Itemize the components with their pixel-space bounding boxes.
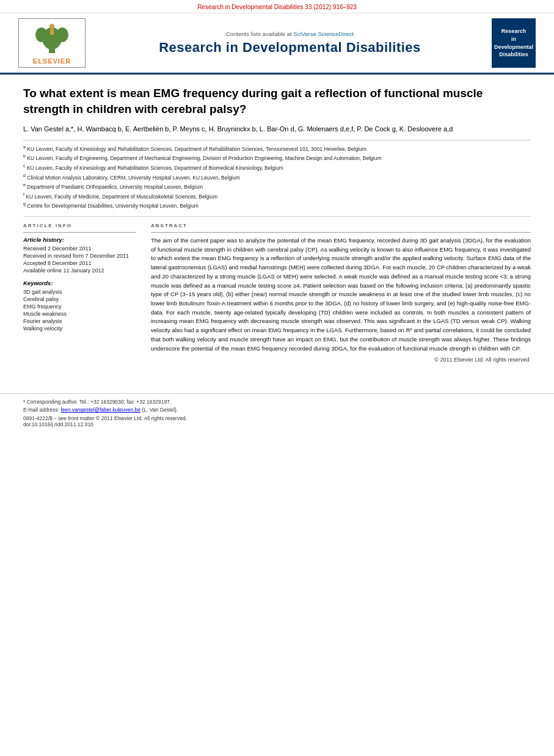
svg-point-3 (56, 27, 68, 42)
affil-c: c KU Leuven, Faculty of Kinesiology and … (23, 163, 531, 172)
sciverse-line: Contents lists available at SciVerse Sci… (98, 31, 482, 37)
copyright-line: © 2011 Elsevier Ltd. All rights reserved… (151, 357, 531, 363)
article-history: Article history: Received 2 December 201… (23, 232, 136, 274)
corresponding-author-line: * Corresponding author. Tel.: +32 163290… (23, 399, 531, 405)
keyword-5: Fourier analysis (23, 318, 136, 324)
doi-text: doi:10.1016/j.ridd.2011.12.010 (23, 421, 531, 427)
available-date: Available online 11 January 2012 (23, 267, 136, 274)
article-title: To what extent is mean EMG frequency dur… (23, 85, 531, 117)
received-date: Received 2 December 2011 (23, 245, 136, 252)
journal-reference-text: Research in Developmental Disabilities 3… (197, 4, 357, 10)
email-link[interactable]: leen.vangestel@faber.kuleuven.be (60, 407, 140, 413)
keywords-label: Keywords: (23, 280, 136, 286)
affil-e-text: Department of Paediatric Orthopaedics, U… (27, 184, 203, 190)
journal-title-banner: Research in Developmental Disabilities (98, 40, 482, 56)
journal-banner: ELSEVIER Contents lists available at Sci… (0, 13, 554, 75)
affil-d: d Clinical Motion Analysis Laboratory, C… (23, 173, 531, 182)
keyword-1: 3D gait analysis (23, 289, 136, 295)
elsevier-tree-icon (31, 21, 73, 55)
email-label: E-mail address: (23, 407, 59, 413)
history-title: Article history: (23, 236, 136, 243)
email-suffix: (L. Van Gestel). (142, 407, 178, 413)
keyword-6: Walking velocity (23, 325, 136, 332)
elsevier-wordmark: ELSEVIER (21, 57, 82, 65)
abstract-section: The aim of the current paper was to anal… (151, 232, 531, 363)
article-info-column: ARTICLE INFO Article history: Received 2… (23, 223, 136, 363)
authors-text: L. Van Gestel a,*, H. Wambacq b, E. Aert… (23, 125, 453, 133)
affil-d-text: Clinical Motion Analysis Laboratory, CER… (27, 174, 240, 180)
affil-b-text: KU Leuven, Faculty of Engineering, Depar… (27, 155, 381, 161)
journal-thumbnail: ResearchinDevelopmentalDisabilities (492, 18, 536, 68)
affil-g-text: Centre for Developmental Disabilities, U… (27, 203, 199, 209)
affil-e: e Department of Paediatric Orthopaedics,… (23, 182, 531, 191)
svg-point-2 (35, 27, 48, 42)
keyword-4: Muscle weakness (23, 311, 136, 317)
svg-point-4 (49, 24, 54, 29)
journal-reference-header: Research in Developmental Disabilities 3… (0, 0, 554, 13)
affil-a-text: KU Leuven, Faculty of Kinesiology and Re… (27, 146, 366, 152)
elsevier-logo: ELSEVIER (18, 18, 86, 68)
footer-doi-section: 0891-4222/$ – see front matter © 2011 El… (23, 415, 531, 427)
affiliations: a KU Leuven, Faculty of Kinesiology and … (23, 140, 531, 210)
email-line: E-mail address: leen.vangestel@faber.kul… (23, 407, 531, 413)
svg-rect-5 (50, 29, 54, 35)
affil-g: g Centre for Developmental Disabilities,… (23, 201, 531, 210)
article-info-label: ARTICLE INFO (23, 223, 136, 228)
affil-f-text: KU Leuven, Faculty of Medicine, Departme… (26, 194, 217, 200)
affil-f: f KU Leuven, Faculty of Medicine, Depart… (23, 192, 531, 201)
affil-c-text: KU Leuven, Faculty of Kinesiology and Re… (27, 165, 283, 171)
footer: * Corresponding author. Tel.: +32 163290… (0, 393, 554, 434)
journal-thumb-title: ResearchinDevelopmentalDisabilities (494, 27, 533, 58)
abstract-text: The aim of the current paper was to anal… (151, 236, 531, 353)
keyword-2: Cerebral palsy (23, 296, 136, 302)
main-content: To what extent is mean EMG frequency dur… (0, 75, 554, 375)
keywords-section: Keywords: 3D gait analysis Cerebral pals… (23, 280, 136, 332)
affil-a: a KU Leuven, Faculty of Kinesiology and … (23, 144, 531, 153)
received-revised-date: Received in revised form 7 December 2011 (23, 253, 136, 259)
sciverse-prefix: Contents lists available at (226, 31, 292, 37)
abstract-label: ABSTRACT (151, 223, 531, 228)
affil-b: b KU Leuven, Faculty of Engineering, Dep… (23, 153, 531, 162)
keyword-3: EMG frequency (23, 303, 136, 310)
journal-center: Contents lists available at SciVerse Sci… (98, 31, 482, 56)
accepted-date: Accepted 8 December 2011 (23, 260, 136, 266)
authors-line: L. Van Gestel a,*, H. Wambacq b, E. Aert… (23, 124, 531, 135)
corresponding-text: * Corresponding author. Tel.: +32 163290… (23, 399, 171, 405)
sciverse-link[interactable]: SciVerse ScienceDirect (293, 31, 354, 37)
abstract-column: ABSTRACT The aim of the current paper wa… (151, 223, 531, 363)
issn-text: 0891-4222/$ – see front matter © 2011 El… (23, 415, 531, 421)
two-column-section: ARTICLE INFO Article history: Received 2… (23, 216, 531, 363)
